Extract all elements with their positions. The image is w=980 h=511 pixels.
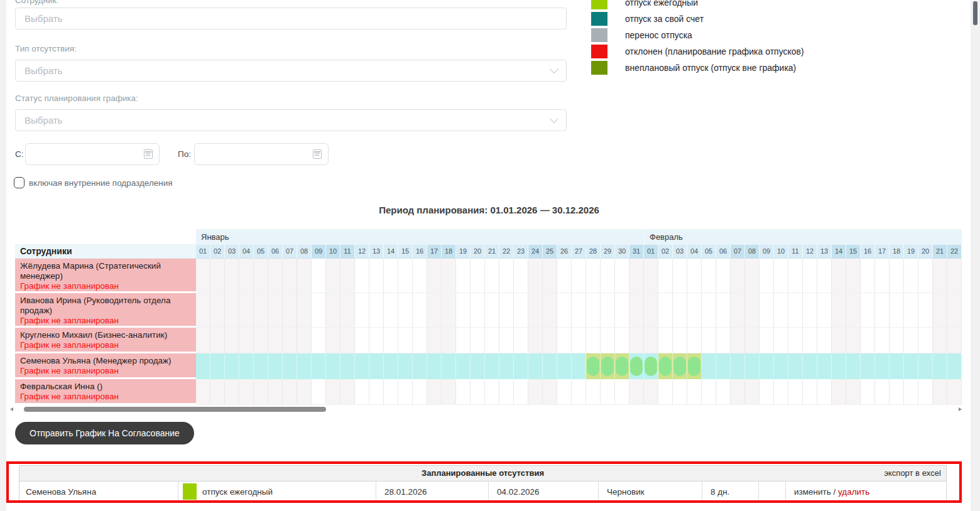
gantt-day-cell[interactable]: [774, 293, 788, 328]
gantt-day-cell[interactable]: [673, 293, 687, 328]
gantt-day-cell[interactable]: [817, 353, 832, 379]
gantt-day-cell[interactable]: [210, 379, 225, 405]
gantt-day-cell[interactable]: [427, 353, 442, 379]
gantt-day-cell[interactable]: [427, 328, 442, 353]
gantt-day-cell[interactable]: [384, 293, 398, 328]
gantt-day-cell[interactable]: [369, 293, 384, 328]
gantt-day-cell[interactable]: [629, 293, 644, 328]
gantt-day-cell[interactable]: [817, 259, 832, 293]
gantt-day-cell[interactable]: [904, 353, 918, 379]
gantt-day-cell[interactable]: [745, 259, 760, 293]
gantt-day-cell[interactable]: [658, 353, 673, 379]
gantt-day-cell[interactable]: [601, 353, 615, 379]
gantt-day-cell[interactable]: [658, 328, 673, 353]
vacation-pill[interactable]: [659, 357, 672, 376]
gantt-day-cell[interactable]: [586, 353, 601, 379]
gantt-day-cell[interactable]: [210, 353, 225, 379]
gantt-day-cell[interactable]: [644, 379, 658, 405]
gantt-day-cell[interactable]: [803, 353, 817, 379]
gantt-day-cell[interactable]: [471, 293, 485, 328]
gantt-day-cell[interactable]: [442, 379, 456, 405]
gantt-day-cell[interactable]: [803, 293, 817, 328]
gantt-day-cell[interactable]: [629, 328, 644, 353]
gantt-day-cell[interactable]: [918, 293, 933, 328]
gantt-day-cell[interactable]: [658, 259, 673, 293]
gantt-day-cell[interactable]: [687, 259, 702, 293]
gantt-day-cell[interactable]: [384, 259, 398, 293]
gantt-day-cell[interactable]: [326, 293, 340, 328]
gantt-day-cell[interactable]: [326, 328, 340, 353]
gantt-day-cell[interactable]: [283, 293, 297, 328]
gantt-day-cell[interactable]: [369, 379, 384, 405]
gantt-day-cell[interactable]: [586, 328, 601, 353]
gantt-day-cell[interactable]: [861, 353, 875, 379]
gantt-day-cell[interactable]: [442, 259, 456, 293]
gantt-day-cell[interactable]: [875, 328, 890, 353]
gantt-day-cell[interactable]: [687, 293, 702, 328]
absence-type-select[interactable]: Выбрать: [15, 60, 567, 82]
page-scrollbar-thumb[interactable]: [973, 1, 977, 25]
gantt-day-cell[interactable]: [875, 259, 890, 293]
gantt-day-cell[interactable]: [644, 293, 658, 328]
gantt-day-cell[interactable]: [239, 379, 254, 405]
gantt-day-cell[interactable]: [543, 353, 557, 379]
delete-absence-link[interactable]: удалить: [838, 487, 869, 497]
gantt-day-cell[interactable]: [499, 259, 514, 293]
gantt-day-cell[interactable]: [933, 293, 947, 328]
gantt-day-cell[interactable]: [644, 353, 658, 379]
gantt-day-cell[interactable]: [485, 353, 499, 379]
gantt-day-cell[interactable]: [312, 353, 326, 379]
gantt-day-cell[interactable]: [861, 328, 875, 353]
gantt-day-cell[interactable]: [861, 293, 875, 328]
gantt-day-cell[interactable]: [629, 259, 644, 293]
gantt-day-cell[interactable]: [817, 379, 832, 405]
gantt-day-cell[interactable]: [716, 328, 731, 353]
gantt-day-cell[interactable]: [543, 379, 557, 405]
gantt-day-cell[interactable]: [239, 353, 254, 379]
gantt-day-cell[interactable]: [890, 293, 904, 328]
gantt-day-cell[interactable]: [788, 328, 803, 353]
gantt-day-cell[interactable]: [268, 328, 283, 353]
gantt-day-cell[interactable]: [890, 379, 904, 405]
gantt-day-cell[interactable]: [196, 328, 210, 353]
gantt-day-cell[interactable]: [239, 328, 254, 353]
gantt-day-cell[interactable]: [485, 259, 499, 293]
gantt-day-cell[interactable]: [673, 379, 687, 405]
gantt-day-cell[interactable]: [817, 293, 832, 328]
gantt-day-cell[interactable]: [572, 353, 586, 379]
gantt-day-cell[interactable]: [312, 259, 326, 293]
export-to-excel-link[interactable]: экспорт в excel: [884, 466, 941, 481]
gantt-day-cell[interactable]: [355, 353, 369, 379]
vacation-pill[interactable]: [587, 357, 599, 376]
gantt-day-cell[interactable]: [196, 293, 210, 328]
gantt-day-cell[interactable]: [557, 293, 572, 328]
gantt-day-cell[interactable]: [803, 379, 817, 405]
gantt-day-cell[interactable]: [254, 379, 268, 405]
scroll-left-arrow-icon[interactable]: [10, 407, 13, 411]
gantt-day-cell[interactable]: [716, 259, 731, 293]
gantt-day-cell[interactable]: [225, 259, 239, 293]
gantt-day-cell[interactable]: [456, 293, 471, 328]
gantt-day-cell[interactable]: [716, 353, 731, 379]
gantt-day-cell[interactable]: [413, 293, 427, 328]
gantt-day-cell[interactable]: [283, 379, 297, 405]
gantt-day-cell[interactable]: [832, 379, 846, 405]
gantt-day-cell[interactable]: [413, 259, 427, 293]
gantt-day-cell[interactable]: [326, 353, 340, 379]
gantt-day-cell[interactable]: [471, 259, 485, 293]
gantt-day-cell[interactable]: [398, 293, 413, 328]
gantt-day-cell[interactable]: [485, 379, 499, 405]
gantt-day-cell[interactable]: [268, 293, 283, 328]
gantt-day-cell[interactable]: [557, 328, 572, 353]
gantt-day-cell[interactable]: [355, 259, 369, 293]
gantt-day-cell[interactable]: [528, 259, 543, 293]
gantt-day-cell[interactable]: [702, 353, 716, 379]
gantt-day-cell[interactable]: [846, 328, 861, 353]
gantt-day-cell[interactable]: [875, 353, 890, 379]
gantt-day-cell[interactable]: [413, 353, 427, 379]
gantt-day-cell[interactable]: [442, 293, 456, 328]
gantt-day-cell[interactable]: [254, 259, 268, 293]
gantt-day-cell[interactable]: [225, 328, 239, 353]
gantt-day-cell[interactable]: [456, 328, 471, 353]
gantt-day-cell[interactable]: [731, 379, 745, 405]
